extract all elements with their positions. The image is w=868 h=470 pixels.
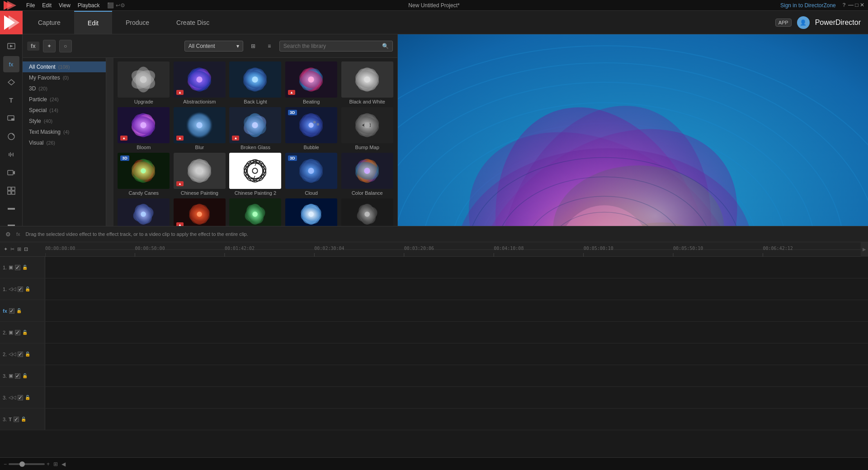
content-filter-dropdown[interactable]: All Content ▾	[184, 41, 243, 52]
track-checkbox-3t[interactable]: ✓	[14, 417, 19, 422]
filter-particle[interactable]: Particle (24)	[23, 94, 106, 105]
effect-cloud[interactable]: 3D Cloud	[285, 153, 338, 196]
track-body-3t[interactable]	[45, 409, 868, 430]
track-body-2a[interactable]	[45, 343, 868, 365]
sidebar-icon-audio[interactable]	[3, 146, 19, 163]
list-view-btn[interactable]: ≡	[263, 40, 276, 52]
sidebar-icon-pip[interactable]	[3, 110, 19, 127]
effect-candycanes[interactable]: 3D	[117, 153, 170, 196]
sidebar-icon-color[interactable]	[3, 128, 19, 145]
effect-bubble[interactable]: 3D	[285, 107, 338, 150]
tab-produce[interactable]: Produce	[112, 11, 163, 34]
user-avatar[interactable]: 👤	[797, 16, 810, 29]
effect-beating[interactable]: ▲ Beating	[285, 61, 338, 104]
timeline-bottom: − + ⊞ ◀	[0, 457, 868, 470]
sign-in-link[interactable]: Sign in to DirectorZone	[780, 2, 836, 9]
effect-row4a[interactable]	[117, 198, 170, 230]
filter-my-favorites[interactable]: My Favorites (0)	[23, 72, 106, 83]
track-lock-1a[interactable]: 🔓	[25, 287, 30, 291]
track-checkbox-1v[interactable]: ✓	[15, 265, 20, 270]
search-input[interactable]	[283, 43, 379, 49]
timeline-tool-razor[interactable]: ✂	[10, 246, 14, 252]
effect-blackwhite[interactable]: Black and White	[340, 61, 394, 104]
effect-bumpmap[interactable]: Bump Map	[340, 107, 394, 150]
track-checkbox-3a[interactable]: ✓	[18, 395, 23, 400]
track-checkbox-2v[interactable]: ✓	[15, 330, 20, 335]
sidebar-icon-titles[interactable]: T	[3, 92, 19, 108]
circle-tool-btn[interactable]: ○	[59, 40, 72, 52]
sidebar-icon-extra1[interactable]	[3, 201, 19, 217]
effect-upgrade-label: Upgrade	[134, 99, 153, 104]
filter-text-masking[interactable]: Text Masking (4)	[23, 127, 106, 137]
track-row-3v: 3. ▣ ✓ 🔓	[0, 365, 868, 387]
zoom-out-btn[interactable]: −	[4, 461, 7, 467]
filter-style[interactable]: Style (40)	[23, 116, 106, 127]
track-lock-1v[interactable]: 🔓	[22, 265, 28, 270]
toolbar-icon-settings[interactable]: ⚙	[120, 2, 125, 9]
track-body-fx[interactable]	[45, 300, 868, 321]
track-body-1a[interactable]	[45, 278, 868, 300]
track-body-3v[interactable]	[45, 365, 868, 386]
svg-point-109	[141, 212, 146, 217]
effect-chinesepainting[interactable]: ▲ Chinese Painting	[173, 153, 226, 196]
track-lock-3v[interactable]: 🔓	[22, 373, 28, 378]
effect-upgrade[interactable]: Upgrade	[117, 61, 170, 104]
timeline-scroll-right[interactable]: ▶	[861, 242, 868, 257]
effect-bloom[interactable]: ▲ Bloom	[117, 107, 170, 150]
track-checkbox-2a[interactable]: ✓	[18, 352, 23, 357]
track-checkbox-fx[interactable]: ✓	[9, 308, 14, 314]
sidebar-icon-effects[interactable]: fx	[3, 56, 19, 72]
zoom-slider[interactable]	[9, 463, 45, 465]
effect-brokenglass[interactable]: ▲ Broken Glass	[229, 107, 282, 150]
effect-blur[interactable]: ▲ Blur	[173, 107, 226, 150]
filter-3d[interactable]: 3D (20)	[23, 83, 106, 94]
toolbar-icon-undo[interactable]: ↩	[116, 2, 120, 9]
track-lock-2v[interactable]: 🔓	[22, 330, 28, 335]
menu-edit[interactable]: Edit	[38, 1, 55, 9]
effect-row4e[interactable]	[340, 198, 394, 230]
timeline-tool-hhh[interactable]: ⊡	[24, 246, 28, 252]
track-lock-fx[interactable]: 🔓	[16, 308, 22, 313]
tab-create-disc[interactable]: Create Disc	[163, 11, 223, 34]
track-checkbox-3v[interactable]: ✓	[15, 373, 20, 379]
track-lock-2a[interactable]: 🔓	[25, 352, 30, 357]
menu-window-controls[interactable]: ？ — □ ✕	[841, 1, 864, 9]
tab-edit[interactable]: Edit	[74, 11, 112, 34]
zoom-in-btn[interactable]: +	[47, 461, 50, 467]
effect-backlight[interactable]: Back Light	[229, 61, 282, 104]
track-checkbox-1a[interactable]: ✓	[18, 287, 23, 292]
effect-colorbalance[interactable]: Color Balance	[340, 153, 394, 196]
effect-row4b[interactable]: ▲	[173, 198, 226, 230]
track-lock-3a[interactable]: 🔓	[25, 395, 30, 400]
track-row-fx: fx ✓ 🔓	[0, 300, 868, 322]
sidebar-icon-slideshow[interactable]	[3, 183, 19, 199]
tab-capture[interactable]: Capture	[24, 11, 74, 34]
ruler-ticks-svg	[45, 242, 861, 257]
filter-special[interactable]: Special (14)	[23, 105, 106, 116]
fit-timeline-btn[interactable]: ⊞	[53, 461, 58, 467]
effect-abstractionism[interactable]: ▲ Abstractionism	[173, 61, 226, 104]
track-lock-3t[interactable]: 🔓	[21, 417, 26, 422]
sidebar-icon-media[interactable]	[3, 38, 19, 54]
wand-tool-btn[interactable]: ✦	[43, 40, 56, 52]
grid-view-btn[interactable]: ⊞	[247, 40, 259, 52]
scroll-left-btn[interactable]: ◀	[61, 461, 66, 467]
filter-all-content[interactable]: All Content (108)	[23, 61, 106, 72]
menu-view[interactable]: View	[55, 1, 74, 9]
timeline-tool-cursor[interactable]: ✦	[4, 246, 8, 252]
effect-chinesepainting2[interactable]: Chinese Painting 2	[229, 153, 282, 196]
effect-row4c[interactable]	[229, 198, 282, 230]
sidebar-icon-transitions[interactable]	[3, 74, 19, 90]
track-body-2v[interactable]	[45, 322, 868, 343]
menu-playback[interactable]: Playback	[74, 1, 104, 9]
track-body-1v[interactable]	[45, 257, 868, 278]
svg-point-87	[196, 168, 202, 174]
toolbar-icon-capture[interactable]: ⬛	[107, 2, 114, 9]
sidebar-icon-capture[interactable]	[3, 164, 19, 181]
track-body-3a[interactable]	[45, 387, 868, 408]
timeline-tool-expand[interactable]: ⊞	[17, 246, 21, 252]
menu-file[interactable]: File	[23, 1, 38, 9]
track-icon-video-1: ▣	[9, 264, 13, 270]
filter-visual[interactable]: Visual (26)	[23, 137, 106, 148]
effect-row4d[interactable]	[285, 198, 338, 230]
